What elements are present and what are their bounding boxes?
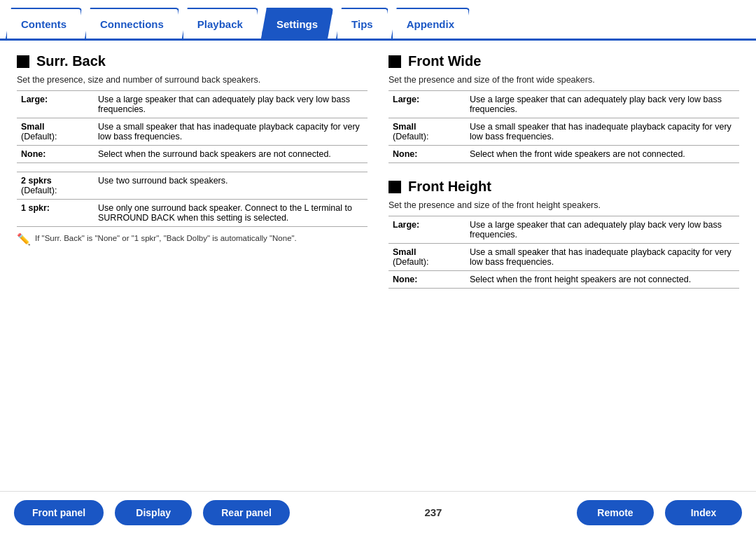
front-wide-table: Large:Use a large speaker that can adequ… [388, 90, 739, 163]
table-row: Large:Use a large speaker that can adequ… [388, 91, 739, 118]
row-desc: Use a large speaker that can adequately … [465, 216, 739, 244]
row-label: 1 spkr: [17, 200, 94, 227]
table-row: None:Select when the front height speake… [388, 271, 739, 289]
table-row: Large:Use a large speaker that can adequ… [17, 91, 368, 118]
note-icon: ✏️ [17, 233, 31, 246]
row-desc: Select when the surround back speakers a… [94, 146, 368, 163]
tab-tips[interactable]: Tips [336, 8, 388, 39]
row-label: None: [388, 271, 465, 289]
tab-contents[interactable]: Contents [6, 8, 82, 39]
left-column: Surr. Back Set the presence, size and nu… [17, 53, 368, 484]
row-label: Small(Default): [388, 118, 465, 146]
row-desc: Select when the front height speakers ar… [465, 271, 739, 289]
front-wide-title: Front Wide [388, 53, 739, 69]
row-label: 2 spkrs(Default): [17, 172, 94, 200]
right-column: Front Wide Set the presence and size of … [388, 53, 739, 484]
note-text: If "Surr. Back" is "None" or "1 spkr", "… [35, 234, 297, 242]
row-label: Small(Default): [17, 118, 94, 146]
table-row: Small(Default):Use a small speaker that … [388, 244, 739, 271]
row-label: Small(Default): [388, 244, 465, 271]
row-desc: Use a small speaker that has inadequate … [465, 118, 739, 146]
row-desc: Select when the front wide speakers are … [465, 146, 739, 163]
row-desc: Use a large speaker that can adequately … [94, 91, 368, 118]
row-label: Large: [17, 91, 94, 118]
front-wide-icon [388, 55, 401, 68]
row-desc: Use a large speaker that can adequately … [465, 91, 739, 118]
tab-appendix[interactable]: Appendix [391, 8, 470, 39]
row-desc: Use two surround back speakers. [94, 172, 368, 200]
table-row: Small(Default):Use a small speaker that … [388, 118, 739, 146]
top-nav: ContentsConnectionsPlaybackSettingsTipsA… [0, 0, 756, 41]
table-row: None:Select when the front wide speakers… [388, 146, 739, 163]
table-row: Small(Default):Use a small speaker that … [17, 118, 368, 146]
bottom-nav: Front panelDisplayRear panel 237 RemoteI… [0, 491, 756, 533]
bottom-btn-remote[interactable]: Remote [577, 500, 654, 525]
row-label: None: [388, 146, 465, 163]
table-row: Large:Use a large speaker that can adequ… [388, 216, 739, 244]
table-row: 2 spkrs(Default):Use two surround back s… [17, 172, 368, 200]
surr-back-table1: Large:Use a large speaker that can adequ… [17, 90, 368, 163]
front-height-title: Front Height [388, 179, 739, 195]
section-icon [17, 55, 29, 68]
surr-back-note: ✏️ If "Surr. Back" is "None" or "1 spkr"… [17, 234, 368, 246]
tab-playback[interactable]: Playback [182, 8, 258, 39]
bottom-center: 237 [412, 506, 454, 518]
bottom-nav-right: RemoteIndex [577, 500, 742, 525]
bottom-btn-front-panel[interactable]: Front panel [14, 500, 104, 525]
row-label: Large: [388, 91, 465, 118]
table-row: None:Select when the surround back speak… [17, 146, 368, 163]
row-label: None: [17, 146, 94, 163]
bottom-nav-left: Front panelDisplayRear panel [14, 500, 290, 525]
table-row: 1 spkr:Use only one surround back speake… [17, 200, 368, 227]
front-height-icon [388, 181, 401, 193]
surr-back-table2: 2 spkrs(Default):Use two surround back s… [17, 172, 368, 227]
front-wide-title-text: Front Wide [408, 53, 481, 69]
row-desc: Use a small speaker that has inadequate … [94, 118, 368, 146]
surr-back-desc: Set the presence, size and number of sur… [17, 75, 368, 85]
row-desc: Use a small speaker that has inadequate … [465, 244, 739, 271]
page-number: 237 [412, 506, 454, 518]
bottom-btn-rear-panel[interactable]: Rear panel [203, 500, 290, 525]
tab-settings[interactable]: Settings [261, 8, 333, 39]
surr-back-title: Surr. Back [17, 53, 368, 69]
bottom-btn-index[interactable]: Index [665, 500, 742, 525]
bottom-btn-display[interactable]: Display [115, 500, 192, 525]
row-desc: Use only one surround back speaker. Conn… [94, 200, 368, 227]
surr-back-title-text: Surr. Back [36, 53, 106, 69]
front-height-title-text: Front Height [408, 179, 491, 195]
tab-connections[interactable]: Connections [85, 8, 179, 39]
front-height-table: Large:Use a large speaker that can adequ… [388, 216, 739, 289]
row-label: Large: [388, 216, 465, 244]
front-height-desc: Set the presence and size of the front h… [388, 200, 739, 210]
front-wide-desc: Set the presence and size of the front w… [388, 75, 739, 85]
main-content: Surr. Back Set the presence, size and nu… [0, 41, 756, 491]
